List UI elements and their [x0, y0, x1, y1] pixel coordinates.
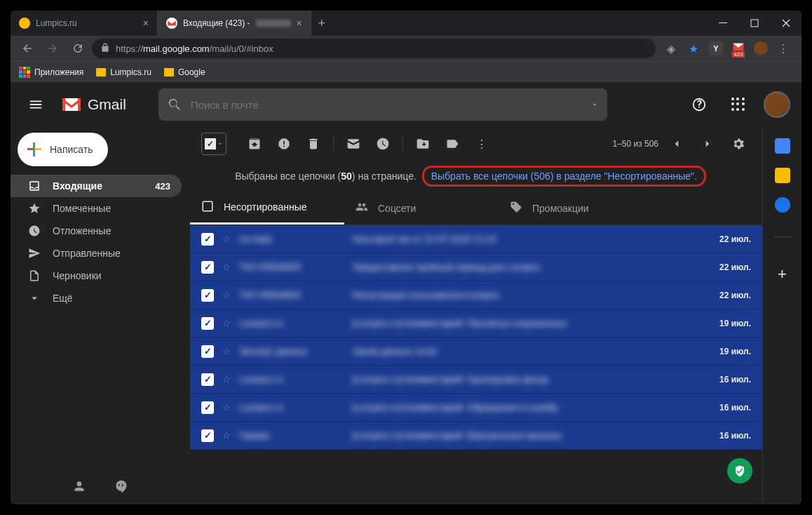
gmail-icon	[61, 97, 82, 112]
main-panel: ✓ ⋮ 1–50 из 506	[190, 127, 762, 504]
star-icon[interactable]: ☆	[222, 262, 231, 272]
mail-sender: TNT-PREMIER	[239, 290, 344, 300]
bookmark-folder[interactable]: Google	[164, 67, 205, 77]
mark-read-button[interactable]	[341, 131, 366, 156]
sidebar-item-star[interactable]: Помеченные	[11, 197, 182, 220]
mail-row[interactable]: ✓☆TNT-PREMIERРегистрация пользователя lu…	[190, 281, 762, 309]
eye-icon[interactable]: ◈	[664, 41, 678, 55]
sidebar-item-more[interactable]: Ещё	[11, 287, 182, 309]
star-icon[interactable]: ☆	[222, 318, 231, 328]
mail-row[interactable]: ✓☆TNT-PREMIERПредоставлен пробный период…	[190, 253, 762, 281]
browser-tab-gmail[interactable]: Входящие (423) - ×	[158, 11, 311, 36]
help-button[interactable]	[685, 91, 713, 119]
category-label: Соцсети	[378, 203, 416, 214]
account-avatar[interactable]	[764, 91, 790, 118]
mail-checkbox[interactable]: ✓	[201, 317, 214, 330]
close-icon[interactable]: ×	[297, 18, 302, 29]
close-icon[interactable]: ×	[143, 18, 149, 29]
mail-checkbox[interactable]: ✓	[201, 401, 214, 414]
gmail-logo[interactable]: Gmail	[61, 96, 126, 113]
star-icon[interactable]: ☆	[222, 402, 231, 413]
url-text: https://mail.google.com/mail/u/0/#inbox	[116, 44, 273, 54]
maximize-button[interactable]	[738, 11, 770, 36]
main-menu-button[interactable]	[22, 91, 50, 119]
mail-checkbox[interactable]: ✓	[201, 345, 214, 358]
mail-row[interactable]: ✓☆Lumpics.ru[Lumpics.ru] Комментарий: Об…	[190, 394, 762, 422]
apps-button[interactable]	[724, 91, 752, 119]
prev-page-button[interactable]	[664, 131, 689, 156]
sidebar-item-inbox[interactable]: Входящие423	[11, 175, 182, 197]
menu-icon[interactable]: ⋮	[776, 41, 790, 55]
browser-tab-lumpics[interactable]: Lumpics.ru ×	[11, 11, 158, 36]
spam-button[interactable]	[271, 131, 297, 156]
select-all-checkbox[interactable]: ✓	[201, 133, 226, 155]
gmail-header: Gmail	[11, 82, 801, 127]
next-page-button[interactable]	[695, 131, 720, 156]
settings-button[interactable]	[726, 131, 751, 156]
mail-checkbox[interactable]: ✓	[201, 289, 214, 302]
archive-button[interactable]	[242, 131, 267, 156]
star-icon	[27, 202, 41, 215]
new-tab-button[interactable]: +	[311, 11, 332, 36]
sidebar-item-clock[interactable]: Отложенные	[11, 220, 182, 242]
more-button[interactable]: ⋮	[469, 131, 494, 156]
select-all-link[interactable]: Выбрать все цепочки (506) в разделе "Нес…	[422, 166, 706, 187]
star-icon[interactable]: ☆	[222, 234, 231, 244]
category-tab[interactable]: Соцсети	[344, 192, 499, 225]
mail-row[interactable]: ✓☆Lumpics.ru[Lumpics.ru] Комментарий: Гр…	[190, 366, 762, 394]
mail-row[interactable]: ✓☆Герман[Lumpics.ru] Комментарий: Виртуа…	[190, 422, 762, 450]
move-to-button[interactable]	[410, 131, 435, 156]
gmail-notifier-icon[interactable]: 423	[731, 41, 745, 55]
labels-button[interactable]	[440, 131, 465, 156]
search-box[interactable]	[158, 88, 607, 121]
mail-date: 22 июл.	[719, 234, 751, 244]
bookmark-folder[interactable]: Lumpics.ru	[96, 67, 151, 77]
url-input[interactable]: https://mail.google.com/mail/u/0/#inbox	[92, 39, 656, 58]
apps-bookmark[interactable]: Приложения	[19, 67, 83, 78]
category-tab[interactable]: Промоакции	[499, 192, 653, 225]
forward-button[interactable]	[41, 37, 64, 60]
star-icon[interactable]: ☆	[222, 346, 231, 356]
mail-checkbox[interactable]: ✓	[201, 429, 214, 442]
calendar-icon[interactable]	[775, 138, 790, 154]
svg-rect-1	[751, 20, 758, 27]
mail-sender: Экспорт данных	[239, 346, 344, 356]
mail-checkbox[interactable]: ✓	[201, 233, 214, 246]
close-button[interactable]	[770, 11, 801, 36]
sidebar-item-draft[interactable]: Черновики	[11, 265, 182, 287]
back-button[interactable]	[16, 37, 39, 60]
status-badge[interactable]	[727, 458, 752, 483]
profile-avatar[interactable]	[754, 41, 768, 55]
nav-label: Отправленные	[53, 248, 121, 259]
mail-row[interactable]: ✓☆no-replyКассовый чек от 22-07-2019 11:…	[190, 225, 762, 253]
contacts-icon[interactable]	[72, 479, 86, 496]
keep-icon[interactable]	[775, 168, 790, 183]
minimize-button[interactable]	[707, 11, 738, 36]
add-addon-button[interactable]: +	[778, 265, 787, 283]
dropdown-icon[interactable]	[590, 100, 599, 109]
compose-button[interactable]: Написать	[18, 133, 108, 166]
tasks-icon[interactable]	[775, 197, 790, 213]
category-tab[interactable]: Несортированные	[190, 192, 344, 225]
mail-checkbox[interactable]: ✓	[201, 373, 214, 386]
snooze-button[interactable]	[370, 131, 395, 156]
yandex-icon[interactable]: Y	[709, 41, 723, 55]
star-icon[interactable]: ☆	[222, 430, 231, 441]
star-icon[interactable]: ☆	[222, 290, 231, 300]
gmail-brand-text: Gmail	[88, 96, 126, 113]
search-input[interactable]	[191, 99, 582, 111]
delete-button[interactable]	[301, 131, 326, 156]
mail-checkbox[interactable]: ✓	[201, 261, 214, 274]
sidebar-item-send[interactable]: Отправленные	[11, 242, 182, 265]
mail-row[interactable]: ✓☆Lumpics.ru[Lumpics.ru] Комментарий: Пр…	[190, 309, 762, 337]
mail-sender: no-reply	[239, 234, 344, 244]
reload-button[interactable]	[67, 37, 89, 60]
favicon-icon	[166, 18, 177, 29]
tab-strip: Lumpics.ru × Входящие (423) - × +	[11, 11, 707, 36]
star-icon[interactable]: ★	[686, 41, 701, 55]
star-icon[interactable]: ☆	[222, 374, 231, 384]
hangouts-icon[interactable]	[114, 479, 128, 496]
nav-label: Отложенные	[53, 225, 111, 236]
window-controls	[707, 11, 801, 36]
mail-row[interactable]: ✓☆Экспорт данныхАрхив данных готов19 июл…	[190, 337, 762, 366]
